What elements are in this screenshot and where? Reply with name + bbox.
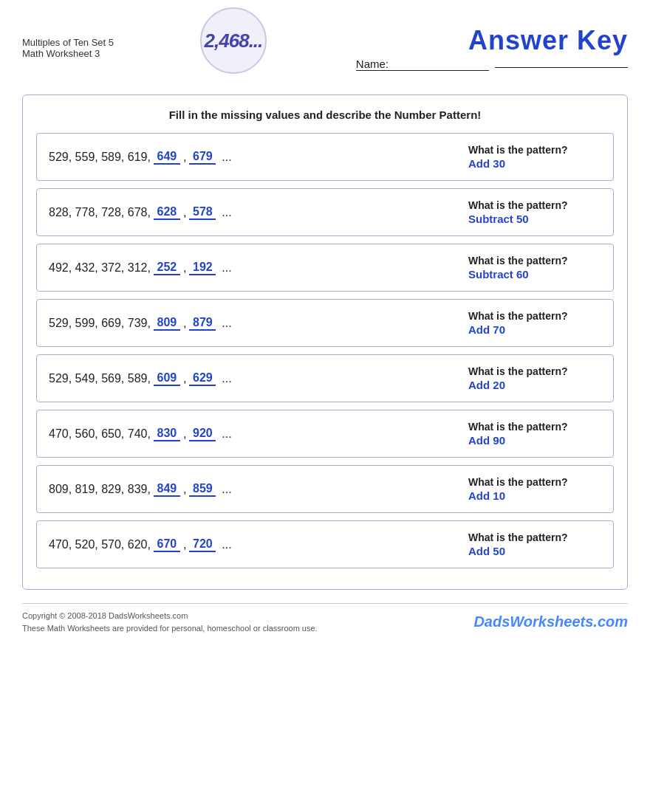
problem-row: 529, 559, 589, 619, 649 , 679 ... What i…	[36, 133, 614, 181]
pattern-label: What is the pattern?	[468, 310, 568, 322]
sequence-prefix: 529, 549, 569, 589,	[49, 372, 151, 385]
comma-sep: ,	[183, 151, 186, 164]
pattern-part: What is the pattern? Add 30	[454, 144, 601, 170]
pattern-answer: Add 70	[468, 323, 505, 336]
blank-2: 629	[189, 371, 216, 386]
comma-sep: ,	[183, 317, 186, 330]
pattern-label: What is the pattern?	[468, 421, 568, 433]
problem-row: 529, 549, 569, 589, 609 , 629 ... What i…	[36, 354, 614, 402]
blank-1: 849	[154, 482, 180, 497]
sequence-prefix: 492, 432, 372, 312,	[49, 261, 151, 275]
blank-2: 679	[189, 150, 216, 165]
subtitle2: Math Worksheet 3	[22, 48, 114, 59]
pattern-answer: Add 30	[468, 157, 505, 170]
dots: ...	[222, 206, 231, 219]
footer-left: Copyright © 2008-2018 DadsWorksheets.com…	[22, 610, 318, 634]
blank-1: 809	[154, 316, 180, 331]
comma-sep: ,	[183, 483, 186, 496]
sequence-prefix: 529, 559, 589, 619,	[49, 151, 151, 164]
pattern-part: What is the pattern? Add 10	[454, 476, 601, 502]
pattern-part: What is the pattern? Subtract 50	[454, 199, 601, 225]
sequence-part: 470, 520, 570, 620, 670 , 720 ...	[49, 537, 454, 552]
comma-sep: ,	[183, 538, 186, 551]
pattern-answer: Add 20	[468, 379, 505, 391]
answer-key-label: Answer Key	[468, 25, 628, 56]
problem-row: 470, 560, 650, 740, 830 , 920 ... What i…	[36, 410, 614, 458]
dots: ...	[222, 372, 231, 385]
pattern-part: What is the pattern? Add 70	[454, 310, 601, 336]
pattern-label: What is the pattern?	[468, 255, 568, 266]
sequence-part: 529, 549, 569, 589, 609 , 629 ...	[49, 371, 454, 386]
pattern-answer: Subtract 60	[468, 268, 529, 281]
pattern-label: What is the pattern?	[468, 365, 568, 377]
header-right: Answer Key Name:	[353, 25, 628, 71]
blank-2: 859	[189, 482, 216, 497]
pattern-label: What is the pattern?	[468, 531, 568, 543]
sequence-part: 529, 599, 669, 739, 809 , 879 ...	[49, 316, 454, 331]
blank-2: 192	[189, 261, 216, 275]
sequence-part: 809, 819, 829, 839, 849 , 859 ...	[49, 482, 454, 497]
blank-1: 252	[154, 261, 180, 275]
problem-row: 470, 520, 570, 620, 670 , 720 ... What i…	[36, 520, 614, 568]
sequence-prefix: 529, 599, 669, 739,	[49, 317, 151, 330]
footer-logo-text: DadsWorksheets.com	[473, 613, 628, 630]
dots: ...	[222, 261, 231, 275]
sequence-part: 529, 559, 589, 619, 649 , 679 ...	[49, 150, 454, 165]
name-underline	[495, 67, 628, 68]
header-left: Multiples of Ten Set 5 Math Worksheet 3	[22, 37, 114, 59]
dots: ...	[222, 483, 231, 496]
sequence-part: 470, 560, 650, 740, 830 , 920 ...	[49, 427, 454, 441]
sequence-prefix: 470, 560, 650, 740,	[49, 427, 151, 441]
dots: ...	[222, 427, 231, 441]
blank-2: 879	[189, 316, 216, 331]
pattern-answer: Add 50	[468, 545, 505, 557]
footer-logo: DadsWorksheets.com	[473, 613, 628, 630]
blank-2: 920	[189, 427, 216, 441]
blank-2: 578	[189, 205, 216, 220]
instruction: Fill in the missing values and describe …	[36, 109, 614, 121]
copyright: Copyright © 2008-2018 DadsWorksheets.com	[22, 610, 318, 622]
comma-sep: ,	[183, 427, 186, 441]
comma-sep: ,	[183, 372, 186, 385]
blank-1: 628	[154, 205, 180, 220]
header: Multiples of Ten Set 5 Math Worksheet 3 …	[22, 15, 628, 81]
blank-1: 609	[154, 371, 180, 386]
problem-row: 809, 819, 829, 839, 849 , 859 ... What i…	[36, 465, 614, 513]
problems-container: 529, 559, 589, 619, 649 , 679 ... What i…	[36, 133, 614, 568]
name-line: Name:	[353, 58, 628, 71]
pattern-label: What is the pattern?	[468, 144, 568, 156]
problem-row: 492, 432, 372, 312, 252 , 192 ... What i…	[36, 244, 614, 292]
dots: ...	[222, 538, 231, 551]
logo-text: 2,468...	[205, 30, 263, 52]
footer: Copyright © 2008-2018 DadsWorksheets.com…	[22, 603, 628, 634]
pattern-part: What is the pattern? Add 90	[454, 421, 601, 447]
pattern-answer: Subtract 50	[468, 213, 529, 225]
problem-row: 828, 778, 728, 678, 628 , 578 ... What i…	[36, 188, 614, 236]
pattern-label: What is the pattern?	[468, 199, 568, 211]
sequence-part: 828, 778, 728, 678, 628 , 578 ...	[49, 205, 454, 220]
sequence-prefix: 470, 520, 570, 620,	[49, 538, 151, 551]
blank-2: 720	[189, 537, 216, 552]
problem-row: 529, 599, 669, 739, 809 , 879 ... What i…	[36, 299, 614, 347]
pattern-part: What is the pattern? Subtract 60	[454, 255, 601, 281]
logo-circle: 2,468...	[200, 7, 267, 74]
pattern-label: What is the pattern?	[468, 476, 568, 488]
pattern-answer: Add 90	[468, 434, 505, 447]
sequence-part: 492, 432, 372, 312, 252 , 192 ...	[49, 261, 454, 275]
sequence-prefix: 828, 778, 728, 678,	[49, 206, 151, 219]
pattern-answer: Add 10	[468, 489, 505, 502]
pattern-part: What is the pattern? Add 20	[454, 365, 601, 391]
disclaimer: These Math Worksheets are provided for p…	[22, 622, 318, 635]
dots: ...	[222, 317, 231, 330]
name-label: Name:	[356, 58, 489, 71]
sequence-prefix: 809, 819, 829, 839,	[49, 483, 151, 496]
pattern-part: What is the pattern? Add 50	[454, 531, 601, 557]
main-content-box: Fill in the missing values and describe …	[22, 94, 628, 590]
blank-1: 670	[154, 537, 180, 552]
page: Multiples of Ten Set 5 Math Worksheet 3 …	[0, 0, 650, 812]
subtitle1: Multiples of Ten Set 5	[22, 37, 114, 48]
dots: ...	[222, 151, 231, 164]
blank-1: 830	[154, 427, 180, 441]
blank-1: 649	[154, 150, 180, 165]
comma-sep: ,	[183, 206, 186, 219]
